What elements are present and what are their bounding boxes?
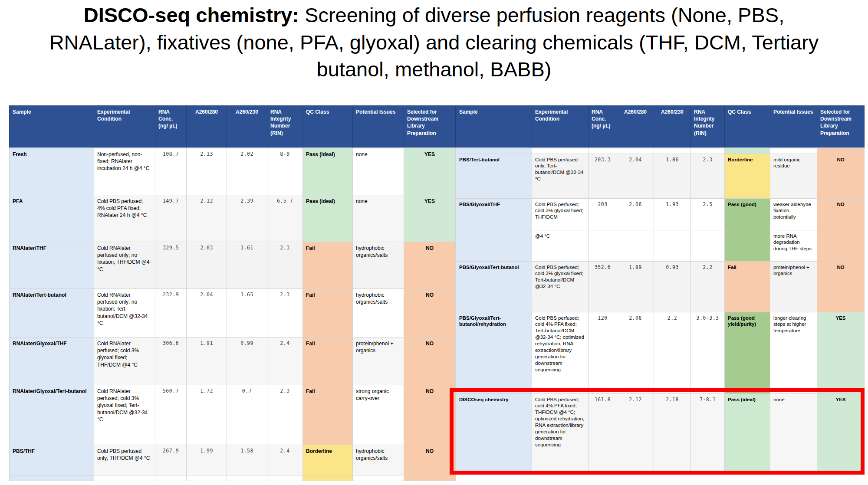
rna-conc-cell: 203 [589,198,617,230]
rin-cell: 3.0-3.3 [691,312,725,393]
col-header-sample: Sample [10,106,94,148]
selected-cell: NO [817,198,865,230]
selected-cell: NO [404,385,456,445]
col-header-rin: RNA Integrity Number (RIN) [267,106,303,148]
rin-cell: 2.3 [691,154,725,198]
sample-cell: Fresh [10,148,94,195]
qc-class-cell: Pass (good yield/purity) [725,312,770,393]
condition-cell: Cold PBS perfused; cold 3% glyoxal fixed… [532,198,589,230]
selected-cell: YES [404,195,456,242]
qc-class-cell [725,230,770,261]
rna-conc-cell: 203.3 [589,154,617,198]
rna-conc-cell [155,475,187,481]
sample-cell: PBS/Tert-butanol [456,154,532,198]
selected-cell [817,230,865,261]
slide-title-lead: DISCO-seq chemistry: [84,3,299,26]
a260-280-cell [617,230,654,261]
a260-230-cell: 2.39 [227,195,267,242]
qc-class-cell: Pass (good) [725,198,770,230]
partial-row [456,148,865,154]
table-row: RNAlater/Glyoxal/Tert-butanol Cold RNAla… [10,385,456,445]
a260-280-cell: 1.89 [617,261,654,312]
qc-class-cell: Fail [303,289,353,338]
col-header-qc-class: QC Class [725,106,770,148]
partial-row [10,475,456,481]
condition-cell: Cold PBS perfused; cold 4% PFA fixed; TH… [532,393,589,474]
a260-230-cell: 1.93 [654,198,691,230]
rna-conc-cell: 161.8 [589,393,617,474]
table-row: PBS/THF Cold PBS perfused only; THF/DCM … [10,445,456,475]
potential-issues-cell: protein/phenol + organics [770,261,817,312]
rin-cell: 6.5-7 [267,195,303,242]
col-header-condition: Experimental Condition [94,106,155,148]
sample-cell: PBS/Glyoxal/Tert-butanol/rehydration [456,312,532,393]
a260-280-cell: 2.12 [187,195,227,242]
a260-230-cell: 2.02 [227,148,267,195]
condition-cell: Non-perfused, non-fixed; RNAlater incuba… [94,148,155,195]
condition-cell: Cold RNAlater perfused only; no fixation… [94,242,155,289]
selected-cell: NO [404,445,456,475]
col-header-a260-280: A260/280 [187,106,227,148]
col-header-a260-230: A260/230 [654,106,691,148]
sample-cell [456,148,532,154]
a260-280-cell: 1.72 [187,385,227,445]
col-header-rna-conc: RNA Conc. (ng/ µL) [155,106,187,148]
col-header-rin: RNA Integrity Number (RIN) [691,106,725,148]
a260-280-cell: 2.13 [187,148,227,195]
qc-class-cell: Pass (ideal) [303,195,353,242]
potential-issues-cell: strong organic carry-over [353,385,404,445]
qc-table-right: Sample Experimental Condition RNA Conc. … [456,105,865,474]
sample-cell: RNAlater/Tert-butanol [10,289,94,338]
rin-cell: 2.4 [267,445,303,475]
rna-conc-cell: 352.6 [589,261,617,312]
rin-cell: 2.4 [267,338,303,385]
potential-issues-cell: none [353,148,404,195]
col-header-a260-280: A260/280 [617,106,654,148]
rin-cell: 8-9 [267,148,303,195]
col-header-selected: Selected for Downstream Library Preparat… [817,106,865,148]
table-row: PBS/Glyoxal/THF Cold PBS perfused; cold … [456,198,865,230]
a260-280-cell: 2.06 [617,198,654,230]
qc-class-cell: Pass (ideal) [303,148,353,195]
col-header-rna-conc: RNA Conc. (ng/ µL) [589,106,617,148]
qc-class-cell [725,148,770,154]
qc-class-cell: Fail [303,385,353,445]
sample-cell: RNAlater/Glyoxal/THF [10,338,94,385]
condition-cell: Cold PBS perfused only; THF/DCM @4 °C [94,445,155,475]
rna-conc-cell: 149.7 [155,195,187,242]
sample-cell: PBS/Glyoxal/Tert-butanol [456,261,532,312]
condition-cell [94,475,155,481]
a260-230-cell: 0.99 [227,338,267,385]
a260-280-cell: 2.03 [187,242,227,289]
sample-cell: PBS/THF [10,445,94,475]
a260-280-cell: 2.08 [617,312,654,393]
rin-cell: 2.2 [691,261,725,312]
a260-280-cell: 1.99 [187,445,227,475]
rna-conc-cell [589,148,617,154]
condition-cell: @4 °C [532,230,589,261]
qc-tables-container: Sample Experimental Condition RNA Conc. … [9,105,865,481]
potential-issues-cell: weaker aldehyde fixation, potentially [770,198,817,230]
col-header-potential-issues: Potential Issues [770,106,817,148]
potential-issues-cell: hydrophobic organics/salts [353,289,404,338]
sample-cell: PFA [10,195,94,242]
a260-280-cell [187,475,227,481]
table-row-highlighted: DISCOseq chemistry Cold PBS perfused; co… [456,393,865,474]
a260-230-cell: 0.93 [654,261,691,312]
selected-cell: NO [817,154,865,198]
condition-cell: Cold PBS perfused; 4% cold PFA fixed; RN… [94,195,155,242]
qc-class-cell: Borderline [725,154,770,198]
rna-conc-cell: 560.7 [155,385,187,445]
selected-cell [404,475,456,481]
condition-cell [532,148,589,154]
rna-conc-cell [589,230,617,261]
a260-230-cell [654,148,691,154]
potential-issues-cell: more RNA degradation during THF steps [770,230,817,261]
potential-issues-cell: longer clearing steps at higher temperat… [770,312,817,393]
selected-cell: NO [404,289,456,338]
a260-280-cell: 1.91 [187,338,227,385]
sample-cell [456,230,532,261]
a260-280-cell [617,148,654,154]
rin-cell [267,475,303,481]
potential-issues-cell: protein/phenol + organics [353,338,404,385]
